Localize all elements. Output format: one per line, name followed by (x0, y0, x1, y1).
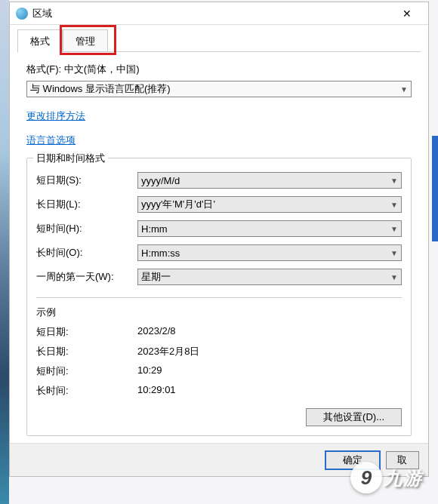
first-day-value: 星期一 (141, 270, 171, 284)
example-long-date-value: 2023年2月8日 (137, 345, 199, 358)
region-dialog: 区域 ✕ 格式 管理 格式(F): 中文(简体，中国) 与 Windows 显示… (9, 2, 429, 477)
change-sort-link[interactable]: 更改排序方法 (26, 109, 85, 123)
bottom-bar: 确定 取 (10, 443, 428, 476)
background-right (432, 136, 438, 241)
background-left (0, 0, 9, 504)
tab-admin[interactable]: 管理 (63, 29, 108, 52)
examples-title: 示例 (36, 306, 402, 319)
chevron-down-icon: ▼ (390, 177, 398, 185)
titlebar: 区域 ✕ (10, 2, 428, 25)
window-title: 区域 (32, 7, 392, 20)
language-prefs-link[interactable]: 语言首选项 (26, 134, 76, 147)
datetime-group-title: 日期和时间格式 (33, 152, 108, 165)
chevron-down-icon: ▼ (400, 85, 408, 94)
short-date-value: yyyy/M/d (141, 175, 180, 186)
example-long-time-value: 10:29:01 (137, 384, 176, 398)
example-long-date-label: 长日期: (36, 345, 137, 358)
example-short-date-value: 2023/2/8 (137, 325, 176, 339)
long-date-dropdown[interactable]: yyyy'年'M'月'd'日' ▼ (137, 196, 402, 213)
long-date-value: yyyy'年'M'月'd'日' (141, 198, 215, 211)
long-time-label: 长时间(O): (36, 246, 137, 260)
example-short-time-label: 短时间: (36, 364, 137, 378)
format-label-row: 格式(F): 中文(简体，中国) (26, 63, 412, 76)
tab-strip: 格式 管理 (10, 25, 428, 52)
long-time-value: H:mm:ss (141, 247, 180, 259)
short-time-dropdown[interactable]: H:mm ▼ (137, 220, 402, 237)
other-settings-button[interactable]: 其他设置(D)... (306, 408, 402, 426)
short-time-label: 短时间(H): (36, 222, 137, 235)
chevron-down-icon: ▼ (390, 225, 398, 233)
short-date-dropdown[interactable]: yyyy/M/d ▼ (137, 172, 402, 189)
chevron-down-icon: ▼ (390, 273, 398, 281)
short-time-value: H:mm (141, 223, 168, 235)
format-dropdown-value: 与 Windows 显示语言匹配(推荐) (30, 82, 171, 96)
first-day-dropdown[interactable]: 星期一 ▼ (137, 269, 402, 285)
ok-button[interactable]: 确定 (325, 451, 380, 469)
panel: 格式(F): 中文(简体，中国) 与 Windows 显示语言匹配(推荐) ▼ … (10, 52, 428, 444)
long-date-label: 长日期(L): (36, 198, 137, 211)
divider (36, 297, 402, 298)
chevron-down-icon: ▼ (390, 249, 398, 257)
chevron-down-icon: ▼ (390, 201, 398, 209)
format-dropdown[interactable]: 与 Windows 显示语言匹配(推荐) ▼ (26, 81, 412, 97)
tab-format[interactable]: 格式 (17, 29, 63, 53)
example-short-time-value: 10:29 (137, 364, 162, 378)
first-day-label: 一周的第一天(W): (36, 270, 137, 284)
format-label: 格式(F): 中文(简体，中国) (26, 63, 139, 76)
short-date-label: 短日期(S): (36, 174, 137, 187)
tab-divider (17, 51, 421, 52)
example-short-date-label: 短日期: (36, 325, 137, 339)
globe-icon (16, 8, 28, 20)
close-button[interactable]: ✕ (392, 3, 422, 24)
example-long-time-label: 长时间: (36, 384, 137, 398)
format-select-row: 与 Windows 显示语言匹配(推荐) ▼ (26, 81, 412, 97)
long-time-dropdown[interactable]: H:mm:ss ▼ (137, 244, 402, 261)
cancel-button[interactable]: 取 (386, 451, 419, 469)
datetime-format-group: 日期和时间格式 短日期(S): yyyy/M/d ▼ 长日期(L): yyyy'… (26, 158, 412, 436)
